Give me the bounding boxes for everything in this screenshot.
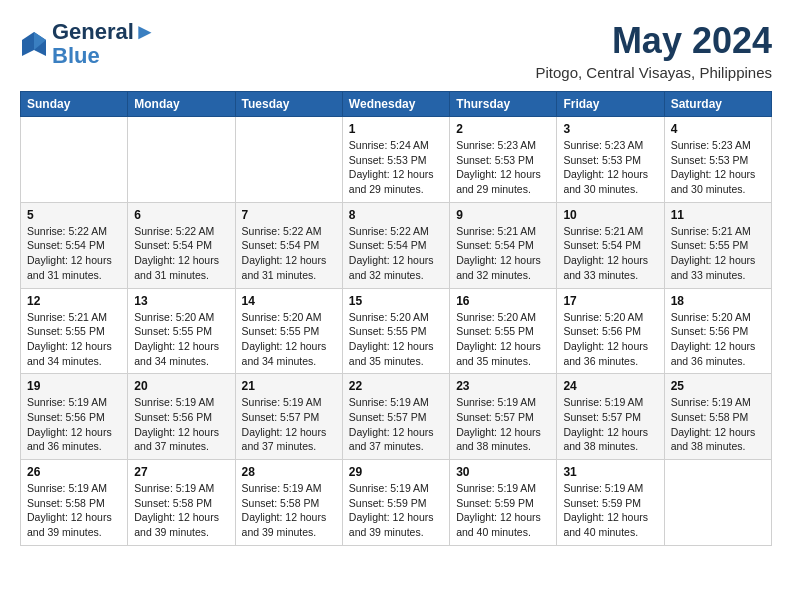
day-number: 20 (134, 379, 228, 393)
weekday-wednesday: Wednesday (342, 92, 449, 117)
day-info: Sunrise: 5:22 AM Sunset: 5:54 PM Dayligh… (349, 224, 443, 283)
calendar-cell: 31Sunrise: 5:19 AM Sunset: 5:59 PM Dayli… (557, 460, 664, 546)
day-number: 8 (349, 208, 443, 222)
day-number: 4 (671, 122, 765, 136)
calendar-cell: 20Sunrise: 5:19 AM Sunset: 5:56 PM Dayli… (128, 374, 235, 460)
calendar-cell (128, 117, 235, 203)
calendar-week-4: 19Sunrise: 5:19 AM Sunset: 5:56 PM Dayli… (21, 374, 772, 460)
day-info: Sunrise: 5:22 AM Sunset: 5:54 PM Dayligh… (27, 224, 121, 283)
day-info: Sunrise: 5:21 AM Sunset: 5:55 PM Dayligh… (27, 310, 121, 369)
logo: General► Blue (20, 20, 156, 68)
day-number: 6 (134, 208, 228, 222)
day-info: Sunrise: 5:19 AM Sunset: 5:58 PM Dayligh… (27, 481, 121, 540)
day-info: Sunrise: 5:21 AM Sunset: 5:55 PM Dayligh… (671, 224, 765, 283)
calendar-cell: 18Sunrise: 5:20 AM Sunset: 5:56 PM Dayli… (664, 288, 771, 374)
calendar-cell: 4Sunrise: 5:23 AM Sunset: 5:53 PM Daylig… (664, 117, 771, 203)
day-info: Sunrise: 5:20 AM Sunset: 5:55 PM Dayligh… (456, 310, 550, 369)
day-info: Sunrise: 5:19 AM Sunset: 5:58 PM Dayligh… (671, 395, 765, 454)
calendar-cell: 16Sunrise: 5:20 AM Sunset: 5:55 PM Dayli… (450, 288, 557, 374)
calendar-cell: 23Sunrise: 5:19 AM Sunset: 5:57 PM Dayli… (450, 374, 557, 460)
day-info: Sunrise: 5:19 AM Sunset: 5:57 PM Dayligh… (456, 395, 550, 454)
calendar-cell: 30Sunrise: 5:19 AM Sunset: 5:59 PM Dayli… (450, 460, 557, 546)
calendar-cell: 11Sunrise: 5:21 AM Sunset: 5:55 PM Dayli… (664, 202, 771, 288)
day-info: Sunrise: 5:19 AM Sunset: 5:56 PM Dayligh… (27, 395, 121, 454)
location: Pitogo, Central Visayas, Philippines (535, 64, 772, 81)
calendar-cell: 2Sunrise: 5:23 AM Sunset: 5:53 PM Daylig… (450, 117, 557, 203)
day-number: 21 (242, 379, 336, 393)
logo-icon (20, 30, 48, 58)
day-info: Sunrise: 5:23 AM Sunset: 5:53 PM Dayligh… (671, 138, 765, 197)
day-info: Sunrise: 5:20 AM Sunset: 5:55 PM Dayligh… (349, 310, 443, 369)
day-number: 3 (563, 122, 657, 136)
calendar-cell: 1Sunrise: 5:24 AM Sunset: 5:53 PM Daylig… (342, 117, 449, 203)
day-number: 15 (349, 294, 443, 308)
day-number: 12 (27, 294, 121, 308)
calendar-cell: 17Sunrise: 5:20 AM Sunset: 5:56 PM Dayli… (557, 288, 664, 374)
weekday-sunday: Sunday (21, 92, 128, 117)
calendar-week-5: 26Sunrise: 5:19 AM Sunset: 5:58 PM Dayli… (21, 460, 772, 546)
calendar-cell: 24Sunrise: 5:19 AM Sunset: 5:57 PM Dayli… (557, 374, 664, 460)
calendar-week-2: 5Sunrise: 5:22 AM Sunset: 5:54 PM Daylig… (21, 202, 772, 288)
weekday-thursday: Thursday (450, 92, 557, 117)
day-number: 26 (27, 465, 121, 479)
title-block: May 2024 Pitogo, Central Visayas, Philip… (535, 20, 772, 81)
day-info: Sunrise: 5:20 AM Sunset: 5:55 PM Dayligh… (242, 310, 336, 369)
calendar-cell: 14Sunrise: 5:20 AM Sunset: 5:55 PM Dayli… (235, 288, 342, 374)
day-info: Sunrise: 5:19 AM Sunset: 5:58 PM Dayligh… (134, 481, 228, 540)
day-info: Sunrise: 5:21 AM Sunset: 5:54 PM Dayligh… (563, 224, 657, 283)
page: General► Blue May 2024 Pitogo, Central V… (0, 0, 792, 556)
day-info: Sunrise: 5:19 AM Sunset: 5:56 PM Dayligh… (134, 395, 228, 454)
calendar-cell: 22Sunrise: 5:19 AM Sunset: 5:57 PM Dayli… (342, 374, 449, 460)
calendar-cell: 21Sunrise: 5:19 AM Sunset: 5:57 PM Dayli… (235, 374, 342, 460)
day-number: 5 (27, 208, 121, 222)
day-number: 19 (27, 379, 121, 393)
day-number: 31 (563, 465, 657, 479)
calendar-cell: 28Sunrise: 5:19 AM Sunset: 5:58 PM Dayli… (235, 460, 342, 546)
day-info: Sunrise: 5:20 AM Sunset: 5:56 PM Dayligh… (671, 310, 765, 369)
logo-text: General► Blue (52, 20, 156, 68)
day-number: 24 (563, 379, 657, 393)
day-info: Sunrise: 5:20 AM Sunset: 5:56 PM Dayligh… (563, 310, 657, 369)
weekday-tuesday: Tuesday (235, 92, 342, 117)
calendar-cell: 29Sunrise: 5:19 AM Sunset: 5:59 PM Dayli… (342, 460, 449, 546)
calendar: Sunday Monday Tuesday Wednesday Thursday… (20, 91, 772, 546)
calendar-header: Sunday Monday Tuesday Wednesday Thursday… (21, 92, 772, 117)
day-info: Sunrise: 5:22 AM Sunset: 5:54 PM Dayligh… (242, 224, 336, 283)
weekday-monday: Monday (128, 92, 235, 117)
day-number: 7 (242, 208, 336, 222)
day-info: Sunrise: 5:19 AM Sunset: 5:58 PM Dayligh… (242, 481, 336, 540)
calendar-cell: 5Sunrise: 5:22 AM Sunset: 5:54 PM Daylig… (21, 202, 128, 288)
day-info: Sunrise: 5:19 AM Sunset: 5:57 PM Dayligh… (349, 395, 443, 454)
calendar-cell: 13Sunrise: 5:20 AM Sunset: 5:55 PM Dayli… (128, 288, 235, 374)
day-number: 17 (563, 294, 657, 308)
weekday-row: Sunday Monday Tuesday Wednesday Thursday… (21, 92, 772, 117)
day-number: 23 (456, 379, 550, 393)
day-info: Sunrise: 5:21 AM Sunset: 5:54 PM Dayligh… (456, 224, 550, 283)
calendar-cell: 10Sunrise: 5:21 AM Sunset: 5:54 PM Dayli… (557, 202, 664, 288)
day-number: 11 (671, 208, 765, 222)
day-number: 27 (134, 465, 228, 479)
calendar-body: 1Sunrise: 5:24 AM Sunset: 5:53 PM Daylig… (21, 117, 772, 546)
day-number: 10 (563, 208, 657, 222)
day-number: 28 (242, 465, 336, 479)
day-info: Sunrise: 5:19 AM Sunset: 5:57 PM Dayligh… (563, 395, 657, 454)
day-info: Sunrise: 5:22 AM Sunset: 5:54 PM Dayligh… (134, 224, 228, 283)
day-number: 18 (671, 294, 765, 308)
day-info: Sunrise: 5:19 AM Sunset: 5:59 PM Dayligh… (563, 481, 657, 540)
calendar-cell: 9Sunrise: 5:21 AM Sunset: 5:54 PM Daylig… (450, 202, 557, 288)
calendar-week-1: 1Sunrise: 5:24 AM Sunset: 5:53 PM Daylig… (21, 117, 772, 203)
day-info: Sunrise: 5:23 AM Sunset: 5:53 PM Dayligh… (456, 138, 550, 197)
day-number: 14 (242, 294, 336, 308)
calendar-cell (235, 117, 342, 203)
calendar-cell: 27Sunrise: 5:19 AM Sunset: 5:58 PM Dayli… (128, 460, 235, 546)
calendar-cell (664, 460, 771, 546)
weekday-saturday: Saturday (664, 92, 771, 117)
calendar-week-3: 12Sunrise: 5:21 AM Sunset: 5:55 PM Dayli… (21, 288, 772, 374)
header: General► Blue May 2024 Pitogo, Central V… (20, 20, 772, 81)
month-title: May 2024 (535, 20, 772, 62)
day-number: 16 (456, 294, 550, 308)
calendar-cell: 15Sunrise: 5:20 AM Sunset: 5:55 PM Dayli… (342, 288, 449, 374)
day-number: 30 (456, 465, 550, 479)
calendar-cell: 7Sunrise: 5:22 AM Sunset: 5:54 PM Daylig… (235, 202, 342, 288)
day-number: 9 (456, 208, 550, 222)
